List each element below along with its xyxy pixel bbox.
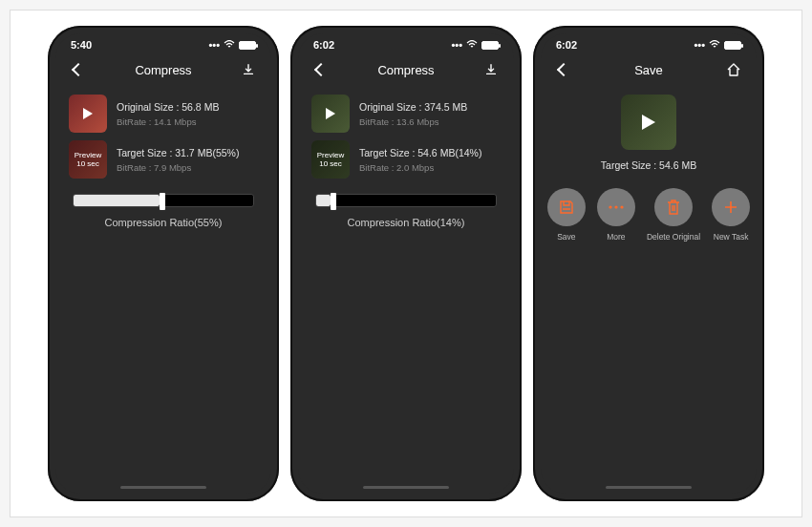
- preview-duration: 10 sec: [76, 159, 99, 168]
- preview-thumbnail[interactable]: Preview 10 sec: [69, 140, 107, 179]
- page-title: Compress: [377, 63, 434, 77]
- clock: 5:40: [71, 39, 92, 51]
- preview-badge-text: Preview: [317, 151, 344, 159]
- signal-icon: •••: [451, 39, 462, 51]
- back-button[interactable]: [69, 60, 88, 79]
- nav-header: Save: [541, 53, 757, 87]
- compression-slider[interactable]: [73, 194, 254, 207]
- original-row: Original Size : 56.8 MB BitRate : 14.1 M…: [55, 87, 271, 133]
- plus-icon: [723, 200, 738, 215]
- original-size-label: Original Size : 374.5 MB: [359, 101, 467, 113]
- action-label: Delete Original: [647, 232, 700, 242]
- status-bar: 6:02 •••: [298, 33, 514, 53]
- save-action-button[interactable]: [547, 188, 586, 226]
- target-row: Preview 10 sec Target Size : 31.7 MB(55%…: [55, 133, 271, 179]
- svg-point-1: [614, 205, 617, 208]
- status-bar: 6:02 •••: [541, 33, 757, 53]
- nav-header: Compress: [298, 53, 514, 87]
- target-bitrate-label: BitRate : 7.9 Mbps: [117, 162, 239, 173]
- download-button[interactable]: [239, 60, 258, 79]
- target-size-label: Target Size : 31.7 MB(55%): [117, 147, 239, 158]
- preview-thumbnail[interactable]: Preview 10 sec: [311, 140, 350, 179]
- result-target-size: Target Size : 54.6 MB: [601, 159, 696, 171]
- wifi-icon: [224, 40, 235, 50]
- download-icon: [484, 63, 498, 76]
- home-indicator[interactable]: [606, 486, 692, 489]
- more-icon: [608, 204, 625, 210]
- action-row: Save More Delete Original: [547, 188, 750, 242]
- svg-point-0: [609, 205, 611, 208]
- preview-duration: 10 sec: [319, 159, 342, 168]
- svg-point-2: [620, 205, 623, 208]
- download-button[interactable]: [481, 60, 501, 79]
- back-button[interactable]: [554, 60, 573, 79]
- signal-icon: •••: [694, 39, 705, 51]
- compression-slider[interactable]: [315, 194, 497, 207]
- home-button[interactable]: [724, 60, 743, 79]
- signal-icon: •••: [208, 39, 220, 51]
- app-screenshots-frame: 5:40 ••• Compress Original Size : 56.8 M…: [10, 10, 802, 517]
- home-indicator[interactable]: [363, 486, 449, 489]
- compression-ratio-label: Compression Ratio(55%): [73, 217, 254, 228]
- target-row: Preview 10 sec Target Size : 54.6 MB(14%…: [298, 133, 514, 179]
- wifi-icon: [466, 40, 478, 50]
- play-icon: [83, 108, 93, 119]
- status-icons: •••: [451, 39, 499, 51]
- phone-mockup: 6:02 ••• Compress Original Size : 374.5 …: [290, 26, 522, 501]
- status-icons: •••: [694, 39, 741, 51]
- result-video-thumbnail[interactable]: [621, 95, 676, 150]
- target-bitrate-label: BitRate : 2.0 Mbps: [359, 162, 481, 173]
- page-title: Save: [634, 63, 663, 77]
- original-size-label: Original Size : 56.8 MB: [117, 101, 219, 113]
- clock: 6:02: [556, 39, 577, 51]
- clock: 6:02: [313, 39, 334, 51]
- battery-icon: [239, 41, 256, 50]
- video-thumbnail[interactable]: [311, 95, 350, 133]
- status-bar: 5:40 •••: [55, 33, 271, 53]
- action-label: Save: [557, 232, 575, 242]
- back-button[interactable]: [311, 60, 331, 79]
- new-task-button[interactable]: [712, 188, 750, 226]
- more-action-button[interactable]: [597, 188, 635, 226]
- slider-fill: [74, 195, 160, 206]
- preview-badge-text: Preview: [75, 151, 101, 159]
- battery-icon: [481, 41, 499, 50]
- delete-original-button[interactable]: [654, 188, 693, 226]
- home-indicator[interactable]: [120, 486, 206, 489]
- battery-icon: [724, 41, 741, 50]
- slider-fill: [316, 195, 331, 206]
- status-icons: •••: [208, 39, 256, 51]
- trash-icon: [666, 199, 681, 216]
- page-title: Compress: [135, 63, 191, 77]
- target-size-label: Target Size : 54.6 MB(14%): [359, 147, 481, 158]
- save-icon: [558, 199, 575, 216]
- play-icon: [326, 108, 335, 119]
- original-row: Original Size : 374.5 MB BitRate : 13.6 …: [298, 87, 514, 133]
- original-bitrate-label: BitRate : 14.1 Mbps: [117, 116, 219, 127]
- phone-mockup: 5:40 ••• Compress Original Size : 56.8 M…: [48, 26, 279, 501]
- nav-header: Compress: [55, 53, 271, 87]
- home-icon: [726, 63, 741, 76]
- play-icon: [642, 115, 655, 130]
- video-thumbnail[interactable]: [69, 95, 107, 133]
- action-label: More: [607, 232, 625, 242]
- action-label: New Task: [714, 232, 749, 242]
- phone-mockup: 6:02 ••• Save Target Size : 54.6 MB: [533, 26, 764, 501]
- compression-ratio-label: Compression Ratio(14%): [315, 217, 497, 228]
- wifi-icon: [709, 40, 720, 50]
- original-bitrate-label: BitRate : 13.6 Mbps: [359, 116, 467, 127]
- slider-thumb[interactable]: [160, 193, 165, 210]
- download-icon: [242, 63, 255, 76]
- slider-thumb[interactable]: [331, 193, 336, 210]
